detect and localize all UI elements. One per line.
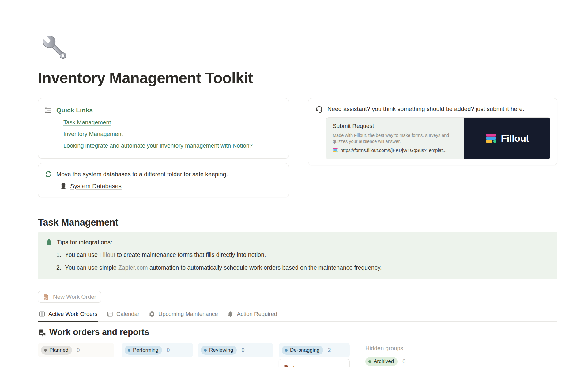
group-name: Performing: [133, 347, 158, 353]
tab-calendar[interactable]: Calendar: [106, 310, 140, 321]
board-column-header: De-snagging 2: [279, 343, 350, 357]
system-callout-text: Move the system databases to a different…: [56, 171, 228, 178]
assistant-text: Need assistant? you think something shou…: [327, 106, 524, 113]
board-column-header: Performing 0: [122, 343, 193, 357]
calendar-icon: [107, 311, 113, 317]
document-icon: [283, 365, 290, 367]
status-dot: [204, 349, 207, 352]
group-name: Archived: [374, 358, 394, 365]
top-cards-row: Quick Links Task Management Inventory Ma…: [38, 98, 557, 197]
fillout-embed[interactable]: Submit Request Made with Fillout, the be…: [326, 117, 550, 159]
group-chip-reviewing[interactable]: Reviewing: [201, 346, 237, 355]
tab-label: Active Work Orders: [48, 311, 97, 317]
quick-links-header: Quick Links: [44, 106, 283, 114]
wrench-page-icon[interactable]: [38, 31, 74, 66]
board-heading-label: Work orders and reports: [49, 327, 149, 337]
gear-icon: [149, 311, 155, 317]
bell-notification-icon: [227, 311, 234, 317]
embed-description: Made with Fillout, the best way to make …: [333, 132, 456, 144]
group-count: 0: [402, 358, 405, 365]
tip-text: You can use simple Zapier.com automation…: [65, 264, 382, 272]
link-task-management[interactable]: Task Management: [63, 119, 111, 126]
zapier-link[interactable]: Zapier.com: [118, 264, 148, 271]
group-count: 0: [241, 347, 244, 354]
group-chip-de-snagging[interactable]: De-snagging: [282, 346, 323, 355]
task-management-heading: Task Management: [38, 216, 557, 229]
embed-url-row: https://forms.fillout.com/t/jEKDjW1GqSus…: [333, 147, 458, 153]
transfer-arrows-icon: [44, 170, 52, 178]
group-count: 0: [77, 347, 80, 354]
fillout-link[interactable]: Fillout: [99, 251, 115, 258]
tab-active-work-orders[interactable]: Active Work Orders: [38, 310, 98, 321]
left-column: Quick Links Task Management Inventory Ma…: [38, 98, 289, 197]
embed-title: Submit Request: [333, 123, 458, 129]
board-view-icon: [39, 311, 45, 317]
board-card-emergency[interactable]: Emergency: [279, 359, 350, 367]
system-callout-text-row: Move the system databases to a different…: [44, 170, 283, 178]
link-automation-guide[interactable]: Looking integrate and automate your inve…: [63, 142, 253, 149]
page-title: Inventory Management Toolkit: [38, 69, 557, 87]
fillout-logo-icon: [485, 132, 497, 144]
tip-number: 2.: [56, 264, 61, 272]
list-icon: [44, 106, 52, 114]
board-column-reviewing: Reviewing 0: [198, 343, 273, 357]
status-dot: [44, 349, 47, 352]
headset-icon: [315, 105, 323, 113]
linked-database-icon: [38, 329, 46, 337]
tip-number: 1.: [56, 251, 61, 259]
tip-text-pre: You can use simple: [65, 264, 118, 271]
notion-page: Inventory Management Toolkit Quick Links: [0, 31, 588, 367]
status-dot: [128, 349, 130, 352]
group-count: 0: [167, 347, 170, 354]
group-name: De-snagging: [290, 347, 319, 353]
system-databases-callout: Move the system databases to a different…: [38, 163, 289, 197]
tips-callout: Tips for integrations: 1. You can use Fi…: [38, 232, 557, 279]
fillout-embed-info: Submit Request Made with Fillout, the be…: [326, 118, 464, 159]
system-database-link-row: System Databases: [60, 182, 283, 190]
board-column-de-snagging: De-snagging 2 Emergency: [279, 343, 350, 367]
tips-header: Tips for integrations:: [45, 238, 550, 246]
hidden-groups-section: Hidden groups Archived 0: [365, 343, 405, 366]
board-column-planned: Planned 0: [38, 343, 114, 357]
tip-text-pre: You can use: [65, 251, 99, 258]
group-chip-planned[interactable]: Planned: [41, 346, 72, 355]
group-name: Planned: [49, 347, 68, 353]
fillout-brand-panel: Fillout: [464, 118, 550, 159]
fillout-favicon-icon: [333, 147, 338, 153]
card-title: Emergency: [293, 365, 322, 367]
tab-label: Upcoming Maintenance: [158, 311, 218, 317]
tips-title: Tips for integrations:: [57, 239, 112, 246]
board-column-performing: Performing 0: [122, 343, 193, 357]
database-icon: [60, 182, 67, 190]
assistant-callout: Need assistant? you think something shou…: [308, 98, 557, 165]
quick-links-title: Quick Links: [56, 107, 93, 114]
tab-label: Action Required: [237, 311, 277, 317]
new-document-icon: [43, 294, 50, 300]
clipboard-icon: [45, 238, 53, 246]
system-databases-link[interactable]: System Databases: [70, 183, 122, 190]
view-tabs: Active Work Orders Calendar: [38, 310, 557, 322]
new-work-order-label: New Work Order: [53, 294, 96, 300]
tip-text: You can use Fillout to create maintenanc…: [65, 251, 266, 259]
quick-links-callout: Quick Links Task Management Inventory Ma…: [38, 98, 289, 159]
group-name: Reviewing: [209, 347, 233, 353]
group-count: 2: [328, 347, 331, 354]
hidden-groups-label: Hidden groups: [365, 345, 405, 352]
quick-links-list: Task Management Inventory Management Loo…: [63, 119, 283, 149]
tip-item-2: 2. You can use simple Zapier.com automat…: [56, 264, 550, 272]
fillout-brand-name: Fillout: [501, 133, 529, 144]
status-dot: [368, 360, 371, 363]
kanban-board: Planned 0 Performing 0 Reviewing 0: [38, 343, 557, 367]
board-column-header: Planned 0: [38, 343, 114, 357]
group-chip-performing[interactable]: Performing: [125, 346, 162, 355]
link-inventory-management[interactable]: Inventory Management: [63, 131, 123, 137]
tab-upcoming-maintenance[interactable]: Upcoming Maintenance: [148, 310, 218, 321]
tip-text-post: to create maintenance forms that fills d…: [115, 251, 266, 258]
hidden-group-row: Archived 0: [365, 357, 405, 366]
status-dot: [285, 349, 288, 352]
right-column: Need assistant? you think something shou…: [308, 98, 557, 165]
new-work-order-button[interactable]: New Work Order: [38, 291, 101, 303]
group-chip-archived[interactable]: Archived: [365, 357, 398, 366]
board-heading: Work orders and reports: [38, 327, 557, 337]
tab-action-required[interactable]: Action Required: [226, 310, 278, 321]
